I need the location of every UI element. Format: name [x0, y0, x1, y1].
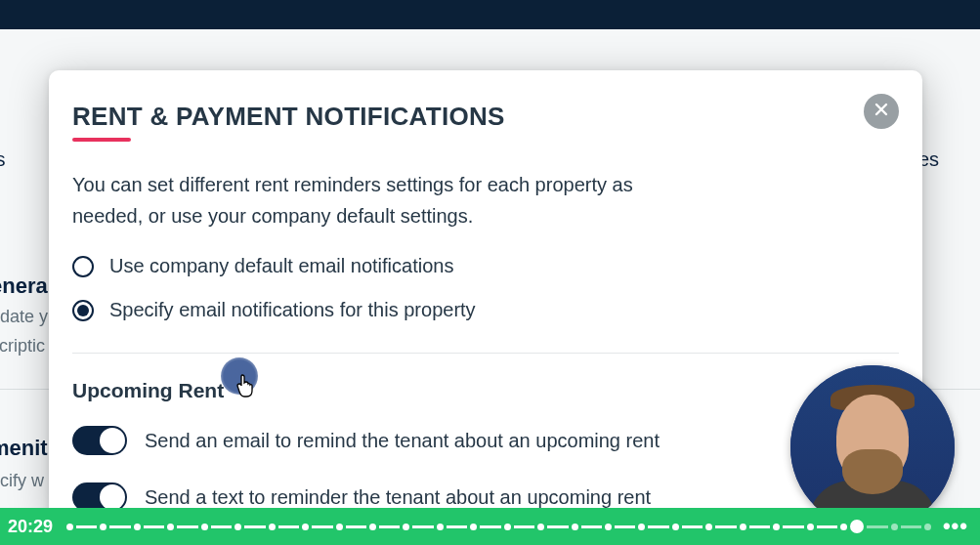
video-segment[interactable]	[514, 525, 534, 528]
modal-divider	[72, 353, 899, 354]
video-chapter-marker[interactable]	[572, 524, 578, 530]
video-chapter-marker[interactable]	[437, 524, 444, 530]
video-segment[interactable]	[312, 525, 332, 528]
video-chapter-marker[interactable]	[672, 524, 679, 530]
video-controls-bar: 20:29 •••	[0, 508, 980, 545]
toggle-list-upcoming-rent: Send an email to remind the tenant about…	[72, 426, 899, 512]
video-chapter-marker[interactable]	[504, 524, 511, 530]
radio-group-notification-source: Use company default email notifications …	[72, 255, 899, 321]
video-chapter-marker[interactable]	[269, 524, 276, 530]
video-chapter-marker[interactable]	[403, 524, 409, 530]
video-chapter-marker[interactable]	[840, 524, 847, 530]
video-segment[interactable]	[109, 525, 130, 528]
modal-description: You can set different rent reminders set…	[72, 169, 698, 231]
video-segment[interactable]	[615, 525, 635, 528]
video-chapter-marker[interactable]	[336, 524, 343, 530]
radio-specify-for-property[interactable]: Specify email notifications for this pro…	[72, 299, 899, 321]
video-segment[interactable]	[447, 525, 467, 528]
video-chapter-marker[interactable]	[100, 524, 107, 530]
close-icon	[873, 102, 889, 121]
bg-nav-item-left: ts	[0, 148, 6, 171]
video-segment[interactable]	[177, 525, 197, 528]
radio-icon	[72, 256, 94, 277]
close-button[interactable]	[864, 94, 899, 129]
video-segment[interactable]	[749, 525, 770, 528]
toggle-row-email-reminder: Send an email to remind the tenant about…	[72, 426, 899, 455]
video-segment[interactable]	[211, 525, 232, 528]
bg-section-general-desc-l2: scriptic	[0, 336, 45, 356]
video-segment[interactable]	[412, 525, 433, 528]
video-segment[interactable]	[244, 525, 265, 528]
radio-use-company-default[interactable]: Use company default email notifications	[72, 255, 899, 277]
subsection-title-upcoming-rent: Upcoming Rent	[72, 379, 899, 402]
video-segment[interactable]	[901, 525, 921, 528]
video-segment[interactable]	[648, 525, 668, 528]
page-top-strip	[0, 0, 980, 29]
bg-section-amenities-desc: ecify w	[0, 471, 44, 491]
modal-title-underline	[72, 138, 131, 142]
video-chapter-marker[interactable]	[470, 524, 477, 530]
video-chapter-marker[interactable]	[638, 524, 645, 530]
app-root: ts es eneral pdate y scriptic menitie ec…	[0, 0, 980, 545]
video-chapter-marker[interactable]	[134, 524, 141, 530]
video-chapter-marker[interactable]	[66, 524, 73, 530]
bg-section-general-title: eneral	[0, 273, 54, 299]
video-chapter-marker[interactable]	[605, 524, 612, 530]
video-chapter-marker[interactable]	[891, 524, 898, 530]
video-chapter-marker[interactable]	[369, 524, 376, 530]
video-segment[interactable]	[480, 525, 500, 528]
presenter-webcam	[790, 365, 955, 529]
modal-title: RENT & PAYMENT NOTIFICATIONS	[72, 102, 505, 132]
video-segment[interactable]	[682, 525, 703, 528]
video-chapter-marker[interactable]	[234, 524, 241, 530]
video-progress-track[interactable]	[66, 520, 931, 533]
radio-label: Specify email notifications for this pro…	[109, 299, 476, 321]
video-more-button[interactable]: •••	[941, 520, 970, 533]
video-segment[interactable]	[278, 525, 299, 528]
video-segment[interactable]	[867, 525, 887, 528]
modal-header: RENT & PAYMENT NOTIFICATIONS	[72, 102, 899, 142]
video-segment[interactable]	[783, 525, 803, 528]
video-segment[interactable]	[76, 525, 97, 528]
bg-section-general-desc-l1: pdate y	[0, 307, 48, 327]
video-segment[interactable]	[379, 525, 400, 528]
video-chapter-marker[interactable]	[705, 524, 712, 530]
toggle-label: Send a text to reminder the tenant about…	[145, 486, 651, 509]
video-chapter-marker[interactable]	[740, 524, 746, 530]
video-chapter-marker[interactable]	[537, 524, 544, 530]
toggle-email-reminder[interactable]	[72, 426, 127, 455]
radio-icon	[72, 300, 94, 321]
toggle-label: Send an email to remind the tenant about…	[145, 430, 660, 452]
video-segment[interactable]	[715, 525, 736, 528]
video-segment[interactable]	[547, 525, 568, 528]
video-chapter-marker[interactable]	[201, 524, 208, 530]
radio-label: Use company default email notifications	[109, 255, 453, 277]
video-chapter-marker[interactable]	[773, 524, 780, 530]
video-segment[interactable]	[581, 525, 602, 528]
video-chapter-marker[interactable]	[924, 524, 931, 530]
video-chapter-marker[interactable]	[167, 524, 174, 530]
video-segment[interactable]	[817, 525, 837, 528]
video-chapter-marker[interactable]	[807, 524, 814, 530]
video-time: 20:29	[8, 517, 53, 537]
video-playhead[interactable]	[850, 520, 864, 533]
video-segment[interactable]	[346, 525, 366, 528]
video-segment[interactable]	[144, 525, 164, 528]
video-chapter-marker[interactable]	[302, 524, 309, 530]
